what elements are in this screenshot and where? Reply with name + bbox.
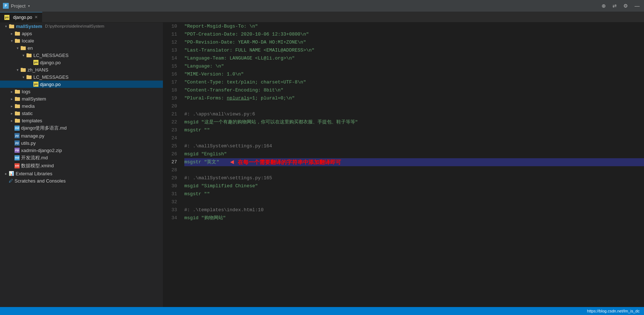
svg-rect-7 xyxy=(21,46,23,47)
sidebar-item-django-po-en[interactable]: ▸ po django.po xyxy=(0,59,163,66)
editor-content[interactable]: 10 11 12 13 14 15 16 17 18 19 20 21 22 2… xyxy=(163,22,644,307)
sidebar-item-manage-py[interactable]: ▸ py manage.py xyxy=(0,132,163,139)
sidebar-item-lc-messages-en[interactable]: LC_MESSAGES xyxy=(0,52,163,59)
line-num-10: 10 xyxy=(168,22,177,30)
code-line-26: msgid "English" xyxy=(184,150,644,158)
line-num-23: 23 xyxy=(168,126,177,134)
code-keyword-22: msgid xyxy=(184,118,201,126)
sidebar-item-data-model[interactable]: ▸ xm 数据模型.xmind xyxy=(0,162,163,170)
svg-rect-1 xyxy=(9,24,11,25)
code-line-31: msgstr "" xyxy=(184,190,644,198)
line-num-22: 22 xyxy=(168,118,177,126)
code-string-30: "Simplified Chinese" xyxy=(201,182,258,190)
folder-icon-mallsystem xyxy=(9,23,15,29)
file-icon-utils-py: py xyxy=(15,140,20,146)
sidebar-item-apps[interactable]: apps xyxy=(0,30,163,37)
line-num-15: 15 xyxy=(168,62,177,70)
line-num-12: 12 xyxy=(168,38,177,46)
title-bar-btn-settings[interactable]: ⚙ xyxy=(622,2,629,9)
sidebar-item-lc-messages-zh[interactable]: LC_MESSAGES xyxy=(0,73,163,81)
title-bar-btn-minimize[interactable]: — xyxy=(633,2,641,9)
code-text-19: "Plural-Forms: nplurals=1; plural=0;\n" xyxy=(184,94,295,102)
code-line-24 xyxy=(184,134,644,142)
main-layout: mallSystem D:\pythonpro\sideline\mallSys… xyxy=(0,22,644,307)
tab-close-btn[interactable]: ✕ xyxy=(34,15,38,20)
title-bar-dropdown-arrow[interactable]: ▾ xyxy=(28,4,30,8)
code-line-23: msgstr "" xyxy=(184,126,644,134)
logs-label: logs xyxy=(22,89,30,94)
sidebar-item-media[interactable]: media xyxy=(0,102,163,110)
tree-arrow-media xyxy=(9,103,15,109)
svg-rect-23 xyxy=(15,119,17,120)
code-keyword-34: msgid xyxy=(184,214,201,222)
data-model-label: 数据模型.xmind xyxy=(21,163,54,169)
sidebar-item-dev-flow[interactable]: ▸ md 开发流程.md xyxy=(0,154,163,162)
sidebar-item-ext-libs[interactable]: 📊 External Libraries xyxy=(0,170,163,177)
sidebar-item-django-md[interactable]: ▸ md django使用多语言.md xyxy=(0,124,163,132)
sidebar-item-xadmin-zip[interactable]: ▸ zip xadmin-django2.zip xyxy=(0,147,163,154)
locale-label: locale xyxy=(22,38,34,44)
tree-arrow-ext-libs xyxy=(3,171,9,176)
sidebar-item-logs[interactable]: logs xyxy=(0,88,163,95)
django-po-zh-label: django.po xyxy=(40,82,61,87)
file-icon-xadmin-zip: zip xyxy=(15,148,20,153)
tab-bar: po django.po ✕ xyxy=(0,12,644,22)
file-icon-django-po-zh: po xyxy=(33,82,38,87)
code-text-16: "MIME-Version: 1.0\n" xyxy=(184,70,244,78)
code-keyword-31: msgstr xyxy=(184,190,204,198)
sidebar-item-static[interactable]: static xyxy=(0,110,163,117)
code-line-29: #: .\mallSystem\settings.py:165 xyxy=(184,174,644,182)
code-line-33: #: .\templates\index.html:10 xyxy=(184,206,644,214)
code-line-19: "Plural-Forms: nplurals=1; plural=0;\n" xyxy=(184,94,644,102)
sidebar-item-locale[interactable]: locale xyxy=(0,37,163,44)
folder-icon-apps xyxy=(15,30,20,36)
code-string-27: "英文" xyxy=(204,158,220,166)
arrow-icon-27: ◄ xyxy=(230,158,234,166)
title-bar-btn-split[interactable]: ⇄ xyxy=(611,2,618,9)
title-bar-left: P Project ▾ xyxy=(3,3,30,9)
code-line-16: "MIME-Version: 1.0\n" xyxy=(184,70,644,78)
mallsystem-label: mallSystem xyxy=(16,24,42,29)
sidebar-item-mallsystem[interactable]: mallSystem D:\pythonpro\sideline\mallSys… xyxy=(0,22,163,30)
dev-flow-label: 开发流程.md xyxy=(21,155,48,161)
code-keyword-23: msgstr xyxy=(184,126,204,134)
file-icon-dev-flow: md xyxy=(15,155,20,160)
line-num-24: 24 xyxy=(168,134,177,142)
code-text-15: "Language: \n" xyxy=(184,62,224,70)
django-md-label: django使用多语言.md xyxy=(21,125,67,131)
line-num-20: 20 xyxy=(168,102,177,110)
tree-arrow-mallsystem xyxy=(3,23,9,29)
code-line-32 xyxy=(184,198,644,206)
file-icon-data-model: xm xyxy=(15,163,20,168)
sidebar-item-zh-hans[interactable]: zh_HANS xyxy=(0,66,163,73)
line-num-25: 25 xyxy=(168,142,177,150)
django-po-en-label: django.po xyxy=(40,60,61,65)
code-string-26: "English" xyxy=(201,150,227,158)
scratches-label: Scratches and Consoles xyxy=(15,178,66,184)
folder-icon-lc-messages-en xyxy=(26,52,32,58)
sidebar-item-templates[interactable]: templates xyxy=(0,117,163,124)
code-text-12: "PO-Revision-Date: YEAR-MO-DA HO:MI+ZONE… xyxy=(184,38,306,46)
sidebar-item-utils-py[interactable]: ▸ py utils.py xyxy=(0,139,163,147)
folder-icon-zh-hans xyxy=(20,67,26,73)
code-line-10: "Report-Msgid-Bugs-To: \n" xyxy=(184,22,644,30)
sidebar-item-scratches[interactable]: ▸ 🖊 Scratches and Consoles xyxy=(0,177,163,184)
folder-icon-lc-messages-zh xyxy=(26,74,32,80)
svg-rect-17 xyxy=(15,97,17,98)
line-num-19: 19 xyxy=(168,94,177,102)
code-text-13: "Last-Translator: FULL NAME <EMAIL@ADDRE… xyxy=(184,46,315,54)
line-num-18: 18 xyxy=(168,86,177,94)
sidebar-item-en[interactable]: en xyxy=(0,44,163,52)
title-bar-btn-add[interactable]: ⊕ xyxy=(600,2,607,9)
code-string-34: "购物网站" xyxy=(201,214,226,222)
tree-arrow-mallsystem2 xyxy=(9,96,15,102)
code-keyword-26: msgid xyxy=(184,150,201,158)
sidebar-item-django-po-zh[interactable]: ▸ po django.po xyxy=(0,81,163,88)
code-line-11: "POT-Creation-Date: 2020-10-06 12:33+080… xyxy=(184,30,644,38)
code-area[interactable]: "Report-Msgid-Bugs-To: \n" "POT-Creation… xyxy=(181,22,644,307)
tab-django-po[interactable]: po django.po ✕ xyxy=(0,12,42,22)
line-num-16: 16 xyxy=(168,70,177,78)
sidebar: mallSystem D:\pythonpro\sideline\mallSys… xyxy=(0,22,163,307)
sidebar-item-mallsystem2[interactable]: mallSystem xyxy=(0,95,163,102)
tree-arrow-locale xyxy=(9,38,15,44)
